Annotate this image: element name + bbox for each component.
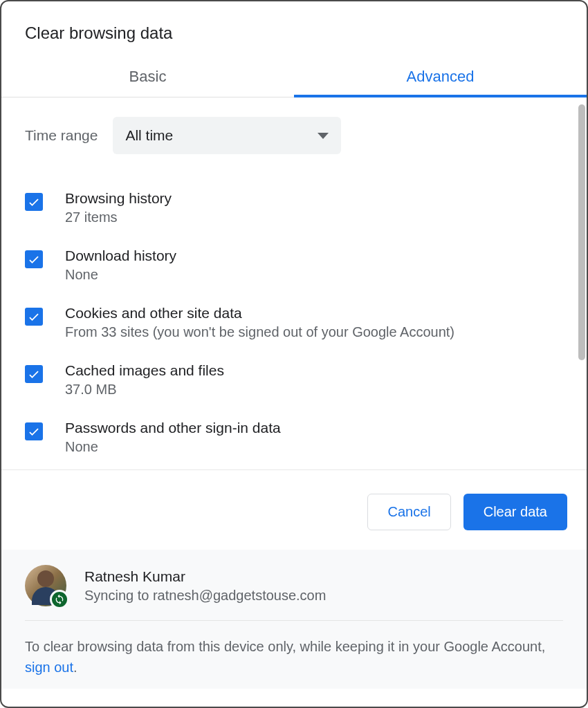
sync-icon: [50, 590, 69, 609]
option-sub: None: [65, 267, 563, 283]
check-icon: [27, 310, 41, 324]
check-icon: [27, 367, 41, 381]
option-title: Cookies and other site data: [65, 305, 563, 322]
option-browsing-history: Browsing history 27 items: [25, 179, 563, 236]
option-title: Browsing history: [65, 190, 563, 207]
option-download-history: Download history None: [25, 236, 563, 294]
tabs: Basic Advanced: [1, 55, 587, 97]
option-cookies: Cookies and other site data From 33 site…: [25, 294, 563, 351]
option-title: Passwords and other sign-in data: [65, 420, 563, 436]
checkbox-cookies[interactable]: [25, 308, 43, 326]
option-sub: 37.0 MB: [65, 382, 563, 398]
option-passwords: Passwords and other sign-in data None: [25, 409, 563, 466]
scroll-area: Time range All time Browsing history 27 …: [1, 97, 587, 469]
chevron-down-icon: [318, 133, 329, 139]
time-range-row: Time range All time: [1, 97, 587, 167]
dialog-actions: Cancel Clear data: [1, 469, 587, 550]
footer-text: To clear browsing data from this device …: [25, 621, 563, 678]
option-sub: None: [65, 439, 563, 455]
scrollbar[interactable]: [578, 104, 585, 360]
option-cached: Cached images and files 37.0 MB: [25, 351, 563, 409]
checkbox-cached[interactable]: [25, 365, 43, 383]
time-range-value: All time: [125, 127, 173, 144]
checkbox-passwords[interactable]: [25, 422, 43, 440]
option-title: Cached images and files: [65, 362, 563, 379]
time-range-label: Time range: [25, 127, 98, 144]
option-sub: From 33 sites (you won't be signed out o…: [65, 324, 563, 340]
check-icon: [27, 425, 41, 438]
check-icon: [27, 252, 41, 266]
tab-advanced[interactable]: Advanced: [294, 55, 587, 97]
checkbox-download-history[interactable]: [25, 250, 43, 268]
footer-text-prefix: To clear browsing data from this device …: [25, 639, 545, 654]
account-section: Ratnesh Kumar Syncing to ratnesh@gadgets…: [1, 550, 587, 689]
footer-text-suffix: .: [73, 660, 77, 675]
avatar: [25, 565, 66, 606]
cancel-button[interactable]: Cancel: [367, 494, 450, 530]
tab-basic[interactable]: Basic: [1, 55, 294, 97]
time-range-select[interactable]: All time: [113, 117, 341, 154]
dialog-title: Clear browsing data: [1, 1, 587, 55]
clear-data-button[interactable]: Clear data: [463, 494, 567, 530]
option-title: Download history: [65, 248, 563, 264]
option-autofill: Auto-fill form data: [25, 466, 563, 469]
account-row: Ratnesh Kumar Syncing to ratnesh@gadgets…: [25, 565, 563, 621]
account-status: Syncing to ratnesh@gadgetstouse.com: [84, 588, 326, 604]
account-name: Ratnesh Kumar: [84, 568, 326, 585]
sign-out-link[interactable]: sign out: [25, 660, 73, 675]
option-sub: 27 items: [65, 209, 563, 225]
options-list: Browsing history 27 items Download histo…: [1, 167, 587, 469]
checkbox-browsing-history[interactable]: [25, 193, 43, 211]
check-icon: [27, 195, 41, 209]
